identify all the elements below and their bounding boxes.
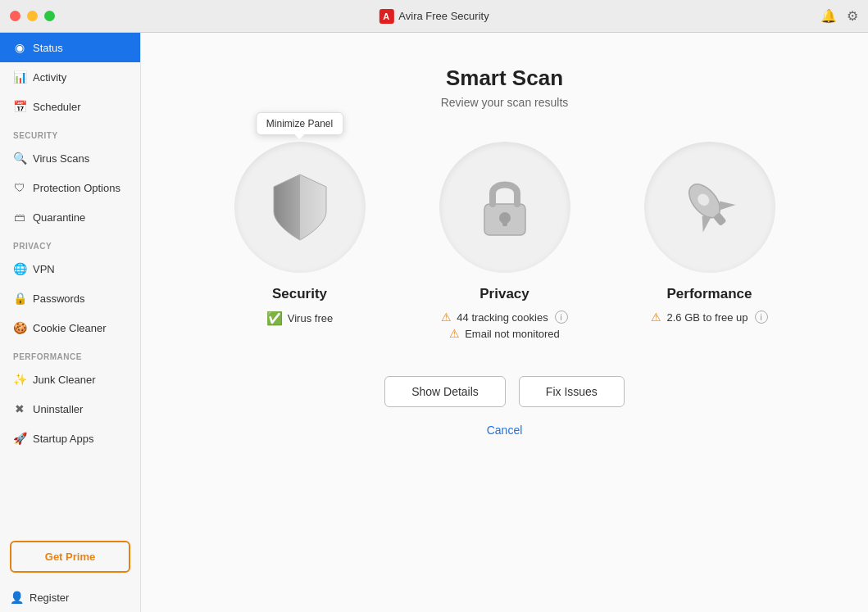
junk-cleaner-icon: ✨: [13, 373, 26, 386]
sidebar-label-junk-cleaner: Junk Cleaner: [33, 374, 96, 386]
sidebar-item-quarantine[interactable]: 🗃 Quarantine: [0, 202, 140, 232]
title-bar-actions: 🔔 ⚙: [820, 8, 858, 24]
show-details-button[interactable]: Show Details: [384, 376, 506, 407]
sidebar-item-passwords[interactable]: 🔒 Passwords: [0, 283, 140, 313]
warn-icon-1: ⚠: [441, 311, 452, 324]
warn-icon-3: ⚠: [651, 311, 661, 324]
rocket-icon: [677, 175, 743, 240]
info-icon-performance[interactable]: i: [755, 311, 768, 324]
sidebar-label-scheduler: Scheduler: [33, 101, 81, 113]
security-section-label: SECURITY: [0, 121, 140, 143]
sidebar-item-uninstaller[interactable]: ✖ Uninstaller: [0, 394, 140, 424]
page-subtitle: Review your scan results: [441, 96, 569, 109]
window-controls: [10, 11, 55, 21]
action-buttons: Show Details Fix Issues: [384, 376, 625, 407]
svg-rect-2: [502, 218, 507, 226]
avira-logo: A: [379, 9, 393, 24]
sidebar-label-protection-options: Protection Options: [33, 182, 120, 194]
performance-section-label: PERFORMANCE: [0, 342, 140, 365]
ok-icon: ✅: [266, 311, 283, 326]
sidebar-item-cookie-cleaner[interactable]: 🍪 Cookie Cleaner: [0, 313, 140, 342]
sidebar-label-cookie-cleaner: Cookie Cleaner: [33, 322, 107, 334]
privacy-card-title: Privacy: [479, 286, 529, 302]
info-icon-cookies[interactable]: i: [555, 311, 568, 324]
app-body: ◉ Status 📊 Activity 📅 Scheduler SECURITY…: [0, 33, 868, 612]
sidebar-item-startup-apps[interactable]: 🚀 Startup Apps: [0, 424, 140, 453]
cards-row: Minimize Panel: [210, 142, 800, 343]
minimize-button[interactable]: [27, 11, 38, 21]
shield-icon: [267, 170, 333, 244]
passwords-icon: 🔒: [13, 292, 26, 305]
performance-card-title: Performance: [667, 286, 752, 302]
sidebar-item-status[interactable]: ◉ Status: [0, 33, 140, 62]
sidebar-label-vpn: VPN: [33, 263, 55, 275]
privacy-status-text-2: Email not monitored: [465, 328, 560, 340]
security-status-text: Virus free: [288, 312, 333, 324]
title-bar-center: A Avira Free Security: [379, 9, 489, 24]
sidebar-item-protection-options[interactable]: 🛡 Protection Options: [0, 173, 140, 202]
sidebar-label-status: Status: [33, 42, 63, 54]
sidebar-item-junk-cleaner[interactable]: ✨ Junk Cleaner: [0, 365, 140, 394]
warn-icon-2: ⚠: [449, 327, 460, 340]
privacy-section-label: PRIVACY: [0, 232, 140, 254]
notifications-icon[interactable]: 🔔: [820, 8, 837, 24]
sidebar: ◉ Status 📊 Activity 📅 Scheduler SECURITY…: [0, 33, 141, 612]
page-title: Smart Scan: [446, 66, 563, 91]
privacy-card: Privacy ⚠ 44 tracking cookies i ⚠ Email …: [415, 142, 595, 343]
security-card-title: Security: [272, 286, 327, 302]
sidebar-item-activity[interactable]: 📊 Activity: [0, 62, 140, 92]
sidebar-label-register: Register: [30, 592, 69, 604]
security-card: Minimize Panel: [210, 142, 390, 343]
sidebar-item-register[interactable]: 👤 Register: [0, 583, 140, 612]
main-content: Smart Scan Review your scan results Mini…: [141, 33, 868, 612]
lock-icon: [476, 173, 534, 243]
privacy-status-email: ⚠ Email not monitored: [449, 327, 560, 340]
settings-icon[interactable]: ⚙: [847, 8, 858, 24]
security-status-ok: ✅ Virus free: [266, 311, 333, 326]
virus-scans-icon: 🔍: [13, 152, 26, 165]
maximize-button[interactable]: [44, 11, 55, 21]
sidebar-item-virus-scans[interactable]: 🔍 Virus Scans: [0, 143, 140, 173]
scheduler-icon: 📅: [13, 100, 26, 113]
register-icon: 👤: [10, 591, 23, 604]
sidebar-label-startup-apps: Startup Apps: [33, 433, 93, 445]
sidebar-label-activity: Activity: [33, 71, 66, 84]
performance-card-circle: [644, 142, 775, 273]
get-prime-button[interactable]: Get Prime: [10, 541, 130, 573]
performance-status: ⚠ 2.6 GB to free up i: [651, 311, 767, 324]
security-card-circle: Minimize Panel: [234, 142, 366, 273]
quarantine-icon: 🗃: [13, 211, 26, 224]
performance-card: Performance ⚠ 2.6 GB to free up i: [620, 142, 800, 343]
sidebar-label-quarantine: Quarantine: [33, 211, 85, 224]
sidebar-label-passwords: Passwords: [33, 292, 85, 305]
protection-options-icon: 🛡: [13, 181, 26, 194]
close-button[interactable]: [10, 11, 20, 21]
privacy-status-cookies: ⚠ 44 tracking cookies i: [441, 311, 567, 324]
vpn-icon: 🌐: [13, 262, 26, 275]
uninstaller-icon: ✖: [13, 402, 26, 415]
performance-status-text: 2.6 GB to free up: [666, 311, 748, 324]
sidebar-label-uninstaller: Uninstaller: [33, 403, 83, 415]
minimize-panel-tooltip: Minimize Panel: [256, 112, 343, 135]
cancel-button[interactable]: Cancel: [480, 420, 529, 440]
status-icon: ◉: [13, 41, 26, 54]
cookie-cleaner-icon: 🍪: [13, 321, 26, 334]
startup-apps-icon: 🚀: [13, 432, 26, 445]
fix-issues-button[interactable]: Fix Issues: [519, 376, 625, 407]
activity-icon: 📊: [13, 70, 26, 84]
app-title: Avira Free Security: [398, 10, 489, 22]
sidebar-item-scheduler[interactable]: 📅 Scheduler: [0, 92, 140, 121]
privacy-status-text-1: 44 tracking cookies: [457, 311, 548, 324]
privacy-card-circle: [439, 142, 570, 273]
sidebar-bottom: Get Prime: [0, 531, 140, 583]
sidebar-label-virus-scans: Virus Scans: [33, 152, 89, 165]
title-bar: A Avira Free Security 🔔 ⚙: [0, 0, 868, 33]
sidebar-item-vpn[interactable]: 🌐 VPN: [0, 254, 140, 283]
